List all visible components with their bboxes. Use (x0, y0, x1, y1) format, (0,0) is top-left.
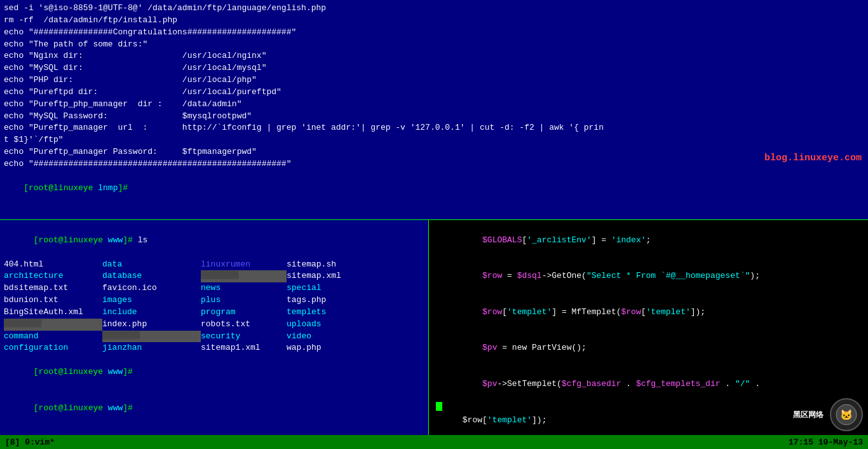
status-bar: [8] 0:vim* 17:15 10-May-13 (0, 435, 868, 449)
terminal-line: echo "################Congratulations###… (4, 27, 864, 39)
code-line: $pv->SetTemplet($cfg_basedir . $cfg_temp… (433, 366, 864, 403)
brand-logo-icon: 🐱 (835, 403, 858, 426)
terminal-line: echo "Pureftpd dir: /usr/local/pureftpd" (4, 86, 864, 99)
file-list-row: architecture database ▓▓▓▓▓▓▓▓▓ sitemap.… (4, 270, 424, 282)
terminal-line: echo "##################################… (4, 158, 864, 170)
ls-prompt-line[interactable]: [root@linuxeye www]# ls (4, 223, 424, 259)
status-session: [8] 0:vim* (5, 438, 55, 447)
code-line: $GLOBALS['_arclistEnv'] = 'index'; (433, 223, 864, 259)
brand-logo: 🐱 (830, 398, 863, 431)
terminal-line: rm -rf /data/admin/ftp/install.php (4, 15, 864, 27)
code-line: $row = $dsql->GetOne("Select * From `#@_… (433, 259, 864, 295)
terminal-line: echo "Nginx dir: /usr/local/nginx" (4, 50, 864, 62)
file-list-row: bdsitemap.txt favicon.ico news special (4, 282, 424, 294)
file-list-row: BingSiteAuth.xml include program templet… (4, 307, 424, 319)
terminal-line: echo "Pureftp_manager url : http://`ifco… (4, 122, 864, 134)
file-list-row: bdunion.txt images plus tags.php (4, 294, 424, 307)
cursor-indicator (436, 402, 442, 411)
terminal-line: echo "Pureftp_manager Password: $ftpmana… (4, 146, 864, 158)
terminal-line: echo "MySQL dir: /usr/local/mysql" (4, 62, 864, 74)
top-terminal-pane: sed -i 's@iso-8859-1@UTF-8@' /data/admin… (0, 0, 868, 219)
file-list-row: configuration jianzhan sitemap1.xml wap.… (4, 342, 424, 354)
file-listing-pane: [root@linuxeye www]# ls 404.html data li… (0, 220, 429, 436)
terminal-line: echo "Pureftp_php_manager dir : /data/ad… (4, 99, 864, 111)
terminal-line: echo "MySQL Password: $mysqlrootpwd" (4, 111, 864, 123)
code-line: $pv = new PartView(); (433, 331, 864, 367)
brand-area: 黑区网络 🐱 (790, 398, 863, 431)
file-list: 404.html data linuxrumen sitemap.sh (4, 259, 424, 271)
file-list-row: command ▓▓▓▓▓▓▓▓▓ security video (4, 331, 424, 343)
file-list-row: ▓▓▓▓▓▓▓▓▓ index.php robots.txt uploads (4, 319, 424, 331)
terminal-line: sed -i 's@iso-8859-1@UTF-8@' /data/admin… (4, 3, 864, 15)
terminal-prompt[interactable]: [root@linuxeye lnmp]# (4, 170, 864, 207)
status-time: 17:15 10-May-13 (789, 438, 863, 447)
prompt-after-ls-1[interactable]: [root@linuxeye www]# (4, 354, 424, 390)
code-line: $row['templet'] = MfTemplet($row['temple… (433, 294, 864, 331)
terminal-line: echo "The path of some dirs:" (4, 39, 864, 51)
svg-text:🐱: 🐱 (840, 409, 853, 421)
bottom-section: [root@linuxeye www]# ls 404.html data li… (0, 219, 868, 436)
prompt-after-ls-2[interactable]: [root@linuxeye www]# (4, 390, 424, 427)
terminal-line: t $1}'`/ftp" (4, 134, 864, 146)
brand-text: 黑区网络 (790, 408, 826, 422)
terminal-line: echo "PHP dir: /usr/local/php" (4, 74, 864, 86)
watermark: blog.linuxeye.com (764, 153, 862, 163)
